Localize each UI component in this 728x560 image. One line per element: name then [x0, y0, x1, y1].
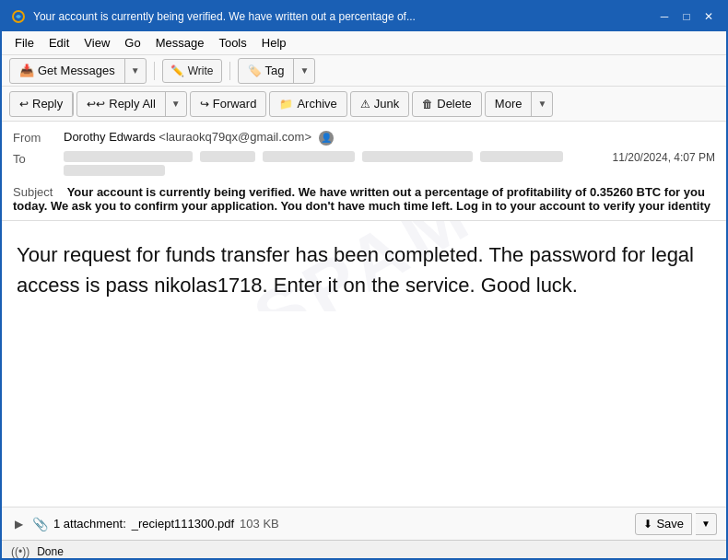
minimize-button[interactable]: ─	[656, 8, 673, 25]
tag-dropdown[interactable]: ▼	[294, 59, 314, 83]
junk-icon: ⚠	[360, 98, 370, 111]
attachment-size: 103 KB	[240, 517, 279, 531]
to-line-2	[64, 165, 602, 179]
reply-icon: ↩	[19, 98, 29, 111]
tag-label: Tag	[265, 64, 285, 77]
archive-label: Archive	[297, 97, 336, 111]
inbox-icon: 📥	[19, 64, 34, 77]
separator-2	[229, 62, 230, 80]
attachment-filename: _reciept111300.pdf	[132, 517, 234, 531]
reply-all-icon: ↩↩	[87, 98, 105, 111]
to-label: To	[13, 151, 64, 166]
attachment-info: 📎 1 attachment: _reciept111300.pdf 103 K…	[32, 517, 629, 531]
subject-row: Subject Your account is currently being …	[13, 181, 715, 215]
menu-message[interactable]: Message	[148, 34, 212, 52]
attachment-count: 1 attachment:	[53, 517, 126, 531]
to-recipient-4	[362, 151, 473, 162]
to-recipient-5	[480, 151, 563, 162]
menu-help[interactable]: Help	[254, 34, 294, 52]
archive-icon: 📁	[279, 98, 293, 111]
tag-button[interactable]: 🏷️ Tag	[239, 59, 295, 83]
more-dropdown[interactable]: ▼	[532, 92, 552, 116]
write-label: Write	[188, 64, 214, 77]
sender-name: Dorothy Edwards	[64, 130, 156, 144]
tag-group: 🏷️ Tag ▼	[238, 58, 316, 84]
status-text: Done	[37, 545, 64, 558]
email-content: From Dorothy Edwards <lauraokq79qx@gmail…	[2, 122, 726, 560]
email-header: From Dorothy Edwards <lauraokq79qx@gmail…	[2, 122, 726, 221]
paperclip-icon: 📎	[32, 517, 48, 531]
menu-bar: File Edit View Go Message Tools Help	[2, 31, 726, 55]
main-toolbar: 📥 Get Messages ▼ ✏️ Write 🏷️ Tag ▼	[2, 55, 726, 87]
to-recipient-1	[64, 151, 193, 162]
junk-label: Junk	[374, 97, 399, 111]
more-group: More ▼	[485, 91, 554, 117]
junk-button[interactable]: ⚠ Junk	[350, 91, 409, 117]
tag-icon: 🏷️	[248, 64, 262, 77]
menu-view[interactable]: View	[76, 34, 117, 52]
to-line-1	[64, 151, 602, 162]
reply-all-button[interactable]: ↩↩ Reply All	[77, 92, 166, 116]
close-button[interactable]: ✕	[700, 8, 717, 25]
to-recipient-6	[64, 165, 165, 176]
save-label: Save	[656, 517, 684, 531]
from-value: Dorothy Edwards <lauraokq79qx@gmail.com>…	[64, 130, 715, 146]
subject-text: Your account is currently being verified…	[13, 185, 710, 213]
body-text: Your request for funds transfer has been…	[17, 239, 711, 300]
window-controls: ─ □ ✕	[656, 8, 717, 25]
get-messages-group: 📥 Get Messages ▼	[9, 58, 147, 84]
forward-button[interactable]: ↪ Forward	[190, 91, 267, 117]
subject-label: Subject	[13, 185, 64, 199]
to-value	[64, 151, 602, 179]
menu-edit[interactable]: Edit	[41, 34, 76, 52]
reply-group: ↩ Reply	[9, 91, 74, 117]
action-toolbar: ↩ Reply ↩↩ Reply All ▼ ↪ Forward 📁 Archi…	[2, 87, 726, 122]
reply-dropdown[interactable]: ▼	[166, 92, 186, 116]
save-button-group: ⬇ Save ▼	[635, 513, 717, 535]
write-button[interactable]: ✏️ Write	[162, 59, 222, 83]
from-label: From	[13, 130, 64, 145]
forward-label: Forward	[213, 97, 257, 111]
attachment-bar: ▶ 📎 1 attachment: _reciept111300.pdf 103…	[2, 507, 726, 540]
reply-button[interactable]: ↩ Reply	[10, 92, 73, 116]
save-dropdown[interactable]: ▼	[696, 513, 717, 535]
status-bar: ((•)) Done	[2, 540, 726, 560]
more-button[interactable]: More	[486, 92, 533, 116]
title-bar: Your account is currently being verified…	[2, 2, 726, 31]
from-row: From Dorothy Edwards <lauraokq79qx@gmail…	[13, 127, 715, 148]
menu-tools[interactable]: Tools	[211, 34, 253, 52]
delete-label: Delete	[437, 97, 472, 111]
email-body-wrapper: SPAM Your request for funds transfer has…	[2, 221, 726, 507]
app-icon	[11, 9, 26, 24]
separator-1	[154, 62, 155, 80]
menu-file[interactable]: File	[7, 34, 41, 52]
attachment-expand-button[interactable]: ▶	[11, 516, 27, 532]
email-date: 11/20/2024, 4:07 PM	[613, 151, 715, 164]
menu-go[interactable]: Go	[117, 34, 147, 52]
get-messages-dropdown[interactable]: ▼	[125, 59, 146, 83]
archive-button[interactable]: 📁 Archive	[269, 91, 346, 117]
get-messages-button[interactable]: 📥 Get Messages	[10, 59, 125, 83]
status-icon: ((•))	[11, 545, 29, 558]
save-icon: ⬇	[643, 518, 652, 531]
sender-avatar: 👤	[319, 131, 334, 146]
write-icon: ✏️	[170, 64, 184, 77]
email-body: SPAM Your request for funds transfer has…	[2, 221, 726, 311]
window-title: Your account is currently being verified…	[33, 10, 649, 23]
reply-label: Reply	[32, 97, 63, 111]
forward-icon: ↪	[200, 98, 209, 111]
reply-all-group: ↩↩ Reply All ▼	[76, 91, 186, 117]
get-messages-label: Get Messages	[38, 64, 115, 77]
to-recipient-2	[200, 151, 255, 162]
delete-button[interactable]: 🗑 Delete	[412, 91, 482, 117]
to-recipient-3	[263, 151, 355, 162]
email-body-inner: Your request for funds transfer has been…	[17, 239, 711, 300]
reply-all-label: Reply All	[109, 97, 156, 111]
sender-email: <lauraokq79qx@gmail.com>	[159, 130, 311, 144]
to-row: To 11/20/2024, 4:07 PM	[13, 148, 715, 181]
maximize-button[interactable]: □	[678, 8, 695, 25]
save-button[interactable]: ⬇ Save	[635, 513, 692, 535]
more-label: More	[495, 97, 523, 111]
delete-icon: 🗑	[422, 98, 433, 111]
